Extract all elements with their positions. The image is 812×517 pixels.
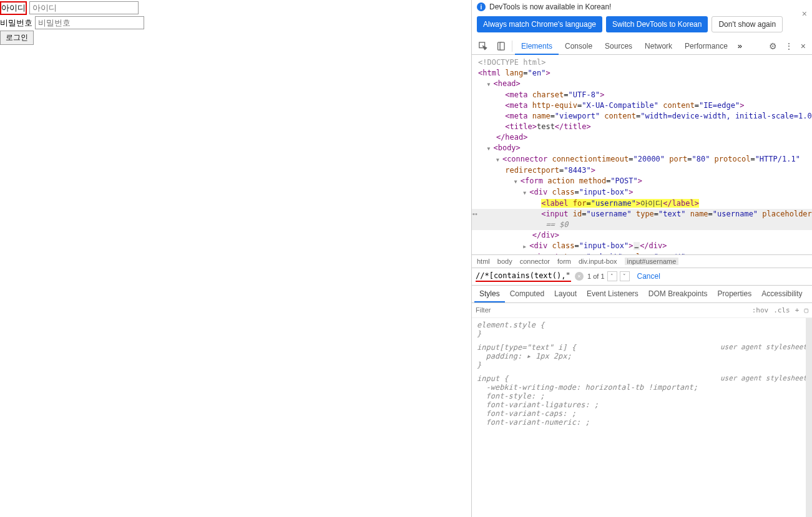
- tab-console[interactable]: Console: [559, 37, 599, 55]
- plus-icon[interactable]: +: [795, 306, 800, 314]
- svg-rect-2: [500, 42, 504, 49]
- cls-toggle[interactable]: .cls: [773, 306, 790, 314]
- password-input[interactable]: [35, 16, 144, 29]
- next-match-icon[interactable]: ˅: [620, 271, 630, 281]
- close-icon[interactable]: ×: [802, 9, 807, 19]
- styles-pane[interactable]: element.style { } user agent stylesheet …: [472, 317, 812, 518]
- inspect-icon[interactable]: [477, 40, 489, 52]
- tab-performance[interactable]: Performance: [678, 37, 734, 55]
- hov-toggle[interactable]: :hov: [752, 306, 769, 314]
- devtools-close-icon[interactable]: ×: [797, 41, 810, 51]
- devtools-panel: i DevTools is now available in Korean! ×…: [471, 0, 812, 517]
- gear-icon[interactable]: ⚙: [765, 41, 781, 51]
- crumb-input[interactable]: input#username: [625, 258, 679, 265]
- info-icon: i: [477, 2, 486, 11]
- switch-korean-button[interactable]: Switch DevTools to Korean: [606, 16, 708, 32]
- dont-show-button[interactable]: Don't show again: [712, 16, 783, 32]
- crumb-html[interactable]: html: [477, 258, 490, 265]
- crumb-connector[interactable]: connector: [520, 258, 550, 265]
- prev-match-icon[interactable]: ˄: [607, 271, 617, 281]
- filter-input[interactable]: [476, 306, 752, 314]
- tab-accessibility[interactable]: Accessibility: [756, 285, 807, 302]
- username-input[interactable]: [29, 1, 139, 14]
- notice-text: DevTools is now available in Korean!: [489, 2, 611, 11]
- always-match-button[interactable]: Always match Chrome's language: [477, 16, 602, 32]
- more-tabs-icon[interactable]: »: [734, 37, 746, 55]
- cancel-button[interactable]: Cancel: [637, 272, 660, 281]
- clear-icon[interactable]: ×: [575, 272, 584, 281]
- box-model-icon[interactable]: ▢: [804, 306, 808, 314]
- rendered-page: 아이디 비밀번호 로그인: [0, 0, 471, 517]
- tab-layout[interactable]: Layout: [549, 285, 582, 302]
- dom-tree[interactable]: <!DOCTYPE html> <html lang="en"> <head> …: [472, 55, 812, 254]
- search-count: 1 of 1: [587, 273, 605, 280]
- tab-event-listeners[interactable]: Event Listeners: [582, 285, 643, 302]
- crumb-form[interactable]: form: [557, 258, 571, 265]
- device-icon[interactable]: [494, 40, 507, 52]
- tab-network[interactable]: Network: [638, 37, 678, 55]
- kebab-icon[interactable]: ⋮: [781, 41, 797, 51]
- tab-bar: Elements Console Sources Network Perform…: [472, 37, 812, 55]
- scrollbar[interactable]: [806, 318, 812, 518]
- tab-computed[interactable]: Computed: [505, 285, 549, 302]
- label-pw: 비밀번호: [0, 17, 32, 29]
- styles-tabs: Styles Computed Layout Event Listeners D…: [472, 285, 812, 302]
- tab-sources[interactable]: Sources: [599, 37, 638, 55]
- search-input[interactable]: [476, 272, 571, 281]
- tab-styles[interactable]: Styles: [474, 285, 505, 302]
- locale-notice: i DevTools is now available in Korean! ×: [472, 0, 812, 14]
- login-button[interactable]: 로그인: [0, 31, 34, 45]
- crumb-div[interactable]: div.input-box: [579, 258, 617, 265]
- crumb-body[interactable]: body: [497, 258, 512, 265]
- breadcrumb: html body connector form div.input-box i…: [472, 254, 812, 268]
- styles-filter-bar: :hov .cls + ▢: [472, 302, 812, 317]
- dom-search-bar: × 1 of 1 ˄ ˅ Cancel: [472, 268, 812, 285]
- tab-dom-breakpoints[interactable]: DOM Breakpoints: [643, 285, 713, 302]
- label-id: 아이디: [0, 1, 27, 15]
- tab-properties[interactable]: Properties: [713, 285, 757, 302]
- tab-elements[interactable]: Elements: [515, 37, 559, 55]
